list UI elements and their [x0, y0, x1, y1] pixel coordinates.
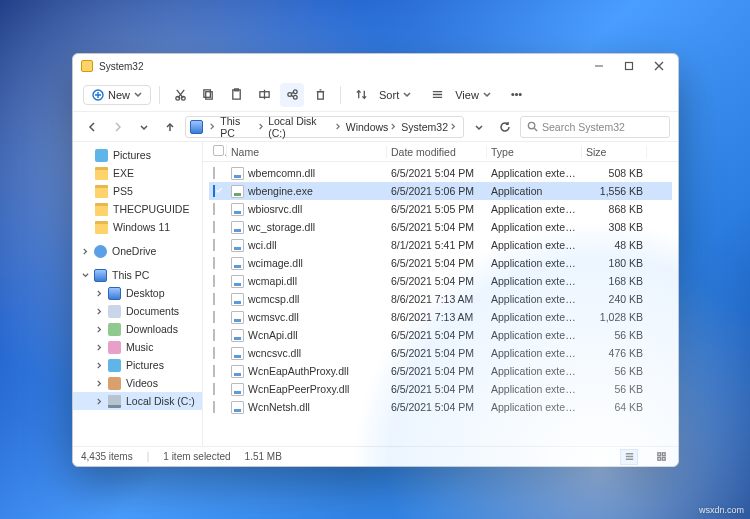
- checkbox-icon[interactable]: [213, 311, 215, 323]
- table-row[interactable]: wbemcomn.dll6/5/2021 5:04 PMApplication …: [209, 164, 672, 182]
- documents-icon: [108, 305, 121, 318]
- column-size[interactable]: Size: [582, 146, 647, 158]
- sidebar-item-exe[interactable]: EXE: [73, 164, 202, 182]
- table-row[interactable]: wcncsvc.dll6/5/2021 5:04 PMApplication e…: [209, 344, 672, 362]
- table-row[interactable]: wc_storage.dll6/5/2021 5:04 PMApplicatio…: [209, 218, 672, 236]
- file-date: 6/5/2021 5:04 PM: [387, 167, 487, 179]
- checkbox-icon[interactable]: [213, 185, 215, 197]
- table-row[interactable]: wbengine.exe6/5/2021 5:06 PMApplication1…: [209, 182, 672, 200]
- sidebar-item-downloads[interactable]: Downloads: [73, 320, 202, 338]
- maximize-button[interactable]: [614, 56, 644, 76]
- column-headers[interactable]: Name Date modified Type Size: [203, 142, 678, 162]
- pictures-icon: [95, 149, 108, 162]
- new-button[interactable]: New: [83, 85, 151, 105]
- sort-button[interactable]: [349, 83, 373, 107]
- checkbox-icon[interactable]: [213, 257, 215, 269]
- delete-icon[interactable]: [308, 83, 332, 107]
- more-icon[interactable]: [505, 83, 529, 107]
- file-size: 168 KB: [582, 275, 647, 287]
- checkbox-icon[interactable]: [213, 329, 215, 341]
- recent-button[interactable]: [133, 116, 155, 138]
- file-size: 64 KB: [582, 401, 647, 413]
- sidebar-item-pictures-pc[interactable]: Pictures: [73, 356, 202, 374]
- table-row[interactable]: WcnEapAuthProxy.dll6/5/2021 5:04 PMAppli…: [209, 362, 672, 380]
- file-date: 6/5/2021 5:04 PM: [387, 383, 487, 395]
- sidebar-item-videos[interactable]: Videos: [73, 374, 202, 392]
- sidebar-item-onedrive[interactable]: OneDrive: [73, 242, 202, 260]
- table-row[interactable]: wcmapi.dll6/5/2021 5:04 PMApplication ex…: [209, 272, 672, 290]
- file-size: 1,028 KB: [582, 311, 647, 323]
- table-row[interactable]: wci.dll8/1/2021 5:41 PMApplication exten…: [209, 236, 672, 254]
- table-row[interactable]: WcnApi.dll6/5/2021 5:04 PMApplication ex…: [209, 326, 672, 344]
- file-name: wbiosrvc.dll: [248, 203, 302, 215]
- checkbox-icon[interactable]: [213, 401, 215, 413]
- file-icon: [231, 185, 244, 198]
- column-name[interactable]: Name: [227, 146, 387, 158]
- checkbox-icon[interactable]: [213, 167, 215, 179]
- file-type: Application exten...: [487, 401, 582, 413]
- checkbox-icon[interactable]: [213, 383, 215, 395]
- folder-icon: [95, 185, 108, 198]
- checkbox-icon[interactable]: [213, 221, 215, 233]
- dropdown-button[interactable]: [468, 116, 490, 138]
- table-row[interactable]: wcmsvc.dll8/6/2021 7:13 AMApplication ex…: [209, 308, 672, 326]
- column-date[interactable]: Date modified: [387, 146, 487, 158]
- rename-icon[interactable]: [252, 83, 276, 107]
- breadcrumb-segment[interactable]: Local Disk (C:): [266, 115, 344, 139]
- breadcrumb-segment[interactable]: Windows: [344, 121, 400, 133]
- view-button[interactable]: [425, 83, 449, 107]
- checkbox-icon[interactable]: [213, 203, 215, 215]
- table-row[interactable]: WcnNetsh.dll6/5/2021 5:04 PMApplication …: [209, 398, 672, 416]
- search-input[interactable]: Search System32: [520, 116, 670, 138]
- file-rows: wbemcomn.dll6/5/2021 5:04 PMApplication …: [203, 162, 678, 446]
- sidebar-item-documents[interactable]: Documents: [73, 302, 202, 320]
- cut-icon[interactable]: [168, 83, 192, 107]
- close-button[interactable]: [644, 56, 674, 76]
- checkbox-icon[interactable]: [213, 275, 215, 287]
- forward-button[interactable]: [107, 116, 129, 138]
- checkbox-icon[interactable]: [213, 365, 215, 377]
- sidebar-item-localdisk[interactable]: Local Disk (C:): [73, 392, 202, 410]
- file-icon: [231, 203, 244, 216]
- folder-icon: [81, 60, 93, 72]
- sidebar-item-thecpuguide[interactable]: THECPUGUIDE: [73, 200, 202, 218]
- file-type: Application exten...: [487, 365, 582, 377]
- table-row[interactable]: WcnEapPeerProxy.dll6/5/2021 5:04 PMAppli…: [209, 380, 672, 398]
- svg-rect-12: [203, 90, 210, 97]
- breadcrumb-segment[interactable]: System32: [399, 121, 459, 133]
- up-button[interactable]: [159, 116, 181, 138]
- sidebar-item-desktop[interactable]: Desktop: [73, 284, 202, 302]
- sidebar-item-pictures[interactable]: Pictures: [73, 146, 202, 164]
- sidebar-item-ps5[interactable]: PS5: [73, 182, 202, 200]
- checkbox-icon[interactable]: [213, 293, 215, 305]
- table-row[interactable]: wbiosrvc.dll6/5/2021 5:05 PMApplication …: [209, 200, 672, 218]
- sidebar-item-thispc[interactable]: This PC: [73, 266, 202, 284]
- table-row[interactable]: wcmcsp.dll8/6/2021 7:13 AMApplication ex…: [209, 290, 672, 308]
- sidebar-item-music[interactable]: Music: [73, 338, 202, 356]
- refresh-button[interactable]: [494, 116, 516, 138]
- file-explorer-window: System32 New Sort View: [72, 53, 679, 467]
- sidebar: Pictures EXE PS5 THECPUGUIDE Windows 11 …: [73, 142, 203, 446]
- table-row[interactable]: wcimage.dll6/5/2021 5:04 PMApplication e…: [209, 254, 672, 272]
- view-label[interactable]: View: [455, 89, 479, 101]
- back-button[interactable]: [81, 116, 103, 138]
- chevron-right-icon: [207, 123, 218, 130]
- file-name: WcnNetsh.dll: [248, 401, 310, 413]
- column-type[interactable]: Type: [487, 146, 582, 158]
- share-icon[interactable]: [280, 83, 304, 107]
- file-icon: [231, 293, 244, 306]
- file-name: wbengine.exe: [248, 185, 313, 197]
- sort-label[interactable]: Sort: [379, 89, 399, 101]
- paste-icon[interactable]: [224, 83, 248, 107]
- details-view-button[interactable]: [620, 449, 638, 465]
- breadcrumb[interactable]: This PC Local Disk (C:) Windows System32: [185, 116, 464, 138]
- checkbox-icon[interactable]: [213, 347, 215, 359]
- separator: [159, 86, 160, 104]
- breadcrumb-segment[interactable]: This PC: [218, 115, 266, 139]
- checkbox-icon[interactable]: [213, 239, 215, 251]
- minimize-button[interactable]: [584, 56, 614, 76]
- thumb-view-button[interactable]: [652, 449, 670, 465]
- sidebar-item-windows11[interactable]: Windows 11: [73, 218, 202, 236]
- copy-icon[interactable]: [196, 83, 220, 107]
- file-size: 56 KB: [582, 383, 647, 395]
